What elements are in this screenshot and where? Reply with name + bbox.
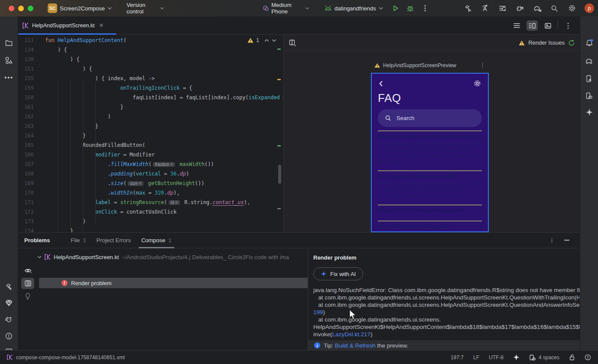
notifications-status-widget[interactable]	[585, 354, 591, 361]
editor-options-button[interactable]	[562, 20, 574, 31]
app-quality-insights-tool-button[interactable]	[3, 296, 16, 309]
encoding-widget[interactable]: UTF-8	[489, 354, 504, 361]
search-icon	[385, 115, 391, 121]
fix-with-ai-button[interactable]: Fix with AI	[313, 267, 363, 280]
running-devices-button[interactable]	[583, 89, 596, 102]
run-configuration-selector[interactable]: datingandfriends	[324, 5, 383, 12]
stripe-mark-warning[interactable]	[277, 79, 281, 80]
device-name: Medium Phone	[271, 2, 303, 15]
notifications-button[interactable]	[583, 36, 596, 49]
hide-panel-icon[interactable]	[564, 240, 569, 241]
ellipsis-icon: •••	[4, 74, 13, 81]
problem-detail-panel: Render problem Fix with AI java.lang.NoS…	[308, 248, 580, 351]
problems-file-row[interactable]: HelpAndSupportScreen.kt ~/AndroidStudioP…	[37, 252, 308, 262]
faq-question[interactable]: Can I pause or delete my profile?∧	[378, 173, 482, 179]
next-issue-icon[interactable]	[272, 39, 276, 42]
faq-question[interactable]: How do I change my profile information?∧	[378, 133, 482, 140]
more-tool-windows-button[interactable]: •••	[3, 71, 16, 84]
apply-code-changes-button[interactable]	[494, 2, 511, 14]
search-everywhere-button[interactable]	[546, 2, 563, 14]
lock-widget[interactable]	[569, 354, 575, 361]
code-line[interactable]: 124) {	[18, 45, 283, 55]
build-tool-button[interactable]	[3, 280, 16, 293]
zoom-window-button[interactable]	[28, 6, 33, 11]
gear-icon[interactable]	[474, 80, 481, 87]
close-window-button[interactable]	[9, 6, 14, 11]
code-line[interactable]: 130) {	[18, 55, 283, 64]
code-line[interactable]: 111fun HelpAndSupportContent(	[18, 36, 283, 45]
previous-issue-icon[interactable]	[264, 39, 269, 42]
statusbar-file-widget[interactable]: compose-compose-model-1758748140651.xml	[7, 354, 125, 361]
kebab-menu-icon	[567, 23, 569, 29]
faq-list: How do I change my profile information?∧…	[378, 130, 482, 230]
code-editor[interactable]: 111fun HelpAndSupportContent(124) {130) …	[18, 35, 283, 232]
editor-scrollbar[interactable]	[278, 165, 281, 184]
code-view-button[interactable]	[511, 20, 522, 31]
back-arrow-icon[interactable]	[379, 81, 383, 87]
preview-layout-button[interactable]	[289, 39, 296, 46]
device-manager-button[interactable]	[583, 72, 596, 85]
problems-tool-button[interactable]	[3, 329, 16, 342]
project-tool-button[interactable]	[3, 36, 16, 49]
project-widget[interactable]: SC Screen2Compose	[48, 3, 112, 13]
preview-name-row[interactable]: HelpAndSupportScreenPreview	[374, 62, 456, 68]
code-line[interactable]: 151) {	[18, 64, 283, 74]
stripe-mark-green[interactable]	[277, 49, 281, 50]
refresh-icon[interactable]	[568, 39, 575, 46]
panel-controls: ⋮	[549, 237, 580, 244]
resource-manager-tool-button[interactable]	[3, 54, 16, 67]
line-ending-widget[interactable]: LF	[473, 354, 479, 361]
android-studio-window: SC Screen2Compose Version control Medium…	[0, 0, 598, 364]
faq-question[interactable]: How do I block or report someone?∨	[378, 208, 482, 214]
gradle-sync-button[interactable]	[529, 2, 546, 14]
tab-compose[interactable]: Compose1	[136, 233, 177, 248]
caret-position-widget[interactable]: 197:7	[451, 354, 464, 361]
close-tab-icon[interactable]: ✕	[99, 22, 104, 29]
design-view-button[interactable]	[542, 20, 553, 31]
kotlin-file-icon	[45, 254, 51, 260]
android-icon	[324, 5, 332, 11]
indent-widget[interactable]: 4 spaces	[529, 354, 559, 361]
more-actions-button[interactable]	[418, 2, 432, 14]
debug-button[interactable]	[403, 2, 418, 14]
ai-status-widget[interactable]	[513, 354, 520, 361]
stripe-mark-green[interactable]	[277, 145, 281, 146]
inspection-widget[interactable]: 1	[247, 37, 276, 43]
faq-question[interactable]: Why did my match disappear?∨	[378, 224, 482, 230]
title-bar: SC Screen2Compose Version control Medium…	[0, 0, 598, 16]
split-view-button[interactable]	[526, 20, 538, 31]
problems-file-name: HelpAndSupportScreen.kt	[54, 254, 119, 260]
logcat-tool-button[interactable]	[3, 313, 16, 326]
device-selector[interactable]: Medium Phone	[263, 2, 309, 15]
line-number: 161	[18, 102, 34, 112]
minimize-window-button[interactable]	[18, 6, 24, 11]
statusbar-file-name: compose-compose-model-1758748140651.xml	[16, 354, 125, 361]
apply-changes-button[interactable]	[477, 2, 494, 14]
user-avatar[interactable]: p	[581, 2, 598, 14]
stack-trace-link[interactable]: LazyDsl.kt:217	[332, 331, 371, 338]
vcs-widget[interactable]: Version control	[127, 2, 164, 15]
gemini-button[interactable]	[583, 106, 596, 119]
stack-trace-link[interactable]: 199	[313, 309, 323, 315]
search-input[interactable]: Search	[378, 109, 482, 127]
build-refresh-link[interactable]: Build & Refresh	[335, 342, 376, 349]
tab-project-errors[interactable]: Project Errors	[91, 233, 136, 248]
tab-file[interactable]: File1	[65, 233, 91, 248]
build-run-button[interactable]	[459, 2, 477, 14]
editor-tab[interactable]: HelpAndSupportScreen.kt ✕	[18, 16, 108, 35]
code-text: .widthIn(max = 320.dp),	[45, 188, 180, 198]
run-button[interactable]	[388, 2, 403, 14]
preview-options-button[interactable]: ⋮	[480, 62, 485, 68]
panel-options-button[interactable]: ⋮	[549, 237, 555, 244]
tip-row: i Tip: Build & Refresh the preview.	[308, 340, 580, 351]
line-number: 171	[18, 198, 34, 207]
gradle-tool-button[interactable]	[583, 55, 596, 68]
render-problem-row[interactable]: ! Render problem	[39, 278, 308, 288]
faq-divider	[378, 221, 482, 221]
settings-button[interactable]	[563, 2, 581, 14]
code-text: fun HelpAndSupportContent(	[45, 36, 127, 45]
stripe-mark-gray[interactable]	[277, 208, 281, 209]
code-text: }	[45, 121, 98, 131]
attach-debugger-button[interactable]	[511, 2, 529, 14]
render-issues-widget[interactable]: Render Issues	[519, 39, 575, 46]
